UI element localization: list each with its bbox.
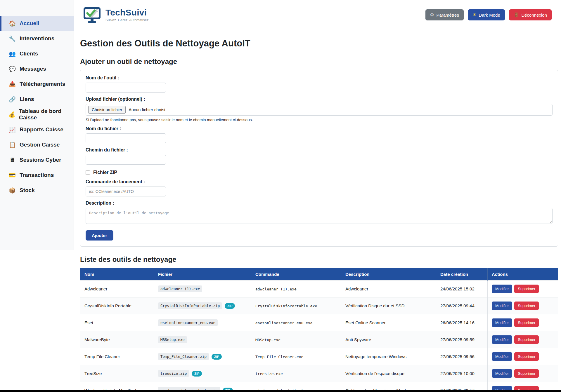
table-row: Eset esetonlinescanner_enu.exe esetonlin… [80, 314, 558, 331]
command-label: Commande de lancement : [86, 179, 553, 184]
edit-button[interactable]: Modifier [492, 302, 512, 310]
dark-mode-button[interactable]: ☀ Dark Mode [468, 9, 505, 20]
sidebar-item-icon: 💳 [8, 172, 16, 179]
tool-description-cell: Eset Online Scanner [341, 314, 436, 331]
tool-date-cell: 27/06/2025 09:56 [436, 348, 488, 365]
tool-description-cell: Adwcleaner [341, 281, 436, 297]
upload-help-text: Si l'upload ne fonctionne pas, vous pouv… [86, 118, 553, 122]
sun-icon: ☀ [472, 12, 476, 18]
table-row: TreeSize treesize.zipZIP treesize.exe Vé… [80, 365, 558, 382]
file-name-label: Nom du fichier : [86, 126, 553, 131]
table-row: Temp File Cleaner Temp_File_Cleaner.zipZ… [80, 348, 558, 365]
zip-badge: ZIP [212, 354, 222, 360]
tool-command-cell: MBSetup.exe [251, 331, 341, 348]
file-name-input[interactable] [86, 133, 166, 143]
sidebar-item-gestion-caisse[interactable]: 📋 Gestion Caisse [0, 137, 74, 152]
sidebar-item-transactions[interactable]: 💳 Transactions [0, 168, 74, 183]
tool-description-cell: Nettoyage temporaire Windows [341, 348, 436, 365]
table-row: MalwareByte MBSetup.exe MBSetup.exe Anti… [80, 331, 558, 348]
table-row: CrystalDiskInfo Portable CrystalDiskInfo… [80, 297, 558, 314]
sidebar-item-sessions-cyber[interactable]: 🖥 Sessions Cyber [0, 152, 74, 168]
sidebar-item-label: Gestion Caisse [20, 142, 60, 148]
delete-button[interactable]: Supprimer [514, 318, 539, 327]
file-badge: treesize.zip [158, 370, 189, 377]
delete-button[interactable]: Supprimer [514, 302, 539, 310]
sidebar-item-liens[interactable]: 🔗 Liens [0, 92, 74, 107]
tools-list-heading: Liste des outils de nettoyage [80, 255, 558, 264]
tool-date-cell: 26/06/2025 14:16 [436, 314, 488, 331]
zip-badge: ZIP [192, 371, 202, 377]
tool-command-cell: esetonlinescanner_enu.exe [251, 314, 341, 331]
sidebar-item-label: Tableau de bord Caisse [19, 108, 74, 121]
sidebar: 🏠 Accueil 🔧 Interventions 👥 Clients 💬 Me… [0, 0, 74, 250]
sidebar-item-telechargements[interactable]: 📥 Téléchargements [0, 76, 74, 92]
door-icon: 🚪 [514, 12, 519, 18]
sidebar-item-label: Sessions Cyber [20, 157, 61, 163]
sidebar-item-interventions[interactable]: 🔧 Interventions [0, 31, 74, 46]
tool-command-cell: adwcleaner (1).exe [251, 281, 341, 297]
zip-checkbox[interactable] [86, 170, 90, 175]
tool-name-input[interactable] [86, 83, 166, 93]
edit-button[interactable]: Modifier [492, 318, 512, 327]
sidebar-item-tableau-caisse[interactable]: 💰 Tableau de bord Caisse [0, 107, 74, 122]
delete-button[interactable]: Supprimer [514, 285, 539, 293]
tool-command-cell: Temp_File_Cleaner.exe [251, 348, 341, 365]
sidebar-item-icon: 💬 [8, 66, 16, 72]
sidebar-item-icon: 🔧 [8, 35, 16, 42]
delete-button[interactable]: Supprimer [514, 352, 539, 361]
command-input[interactable] [86, 187, 166, 196]
edit-button[interactable]: Modifier [492, 369, 512, 378]
edit-button[interactable]: Modifier [492, 352, 512, 361]
column-header: Nom [80, 268, 154, 281]
tool-name-cell: Temp File Cleaner [80, 348, 154, 365]
sidebar-item-clients[interactable]: 👥 Clients [0, 46, 74, 61]
tool-file-cell: esetonlinescanner_enu.exe [154, 314, 251, 331]
file-badge: esetonlinescanner_enu.exe [158, 319, 218, 326]
sidebar-item-stock[interactable]: 📦 Stock [0, 183, 74, 198]
delete-button[interactable]: Supprimer [514, 335, 539, 344]
column-header: Actions [488, 268, 558, 281]
file-status-text: Aucun fichier choisi [129, 107, 165, 112]
choose-file-button[interactable]: Choisir un fichier [88, 106, 126, 114]
settings-button[interactable]: ⚙ Paramètres [425, 9, 464, 20]
file-path-input[interactable] [86, 155, 166, 165]
logout-button[interactable]: 🚪 Déconnexion [509, 9, 552, 20]
tool-name-cell: TreeSize [80, 365, 154, 382]
tool-file-cell: MBSetup.exe [154, 331, 251, 348]
sidebar-item-accueil[interactable]: 🏠 Accueil [0, 16, 74, 31]
tool-date-cell: 27/06/2025 09:44 [436, 297, 488, 314]
file-path-label: Chemin du fichier : [86, 147, 553, 153]
tool-name-cell: Adwcleaner [80, 281, 154, 297]
sidebar-item-icon: 📥 [8, 81, 16, 88]
sidebar-item-label: Rapports Caisse [20, 126, 63, 133]
tool-name-cell: CrystalDiskInfo Portable [80, 297, 154, 314]
zip-checkbox-label[interactable]: Fichier ZIP [93, 170, 117, 175]
sidebar-item-messages[interactable]: 💬 Messages [0, 61, 74, 76]
file-badge: Temp_File_Cleaner.zip [158, 353, 209, 360]
edit-button[interactable]: Modifier [492, 285, 512, 293]
main-area: TechSuivi Suivez. Gérez. Automatisez. ⚙ … [74, 0, 561, 390]
description-textarea[interactable] [86, 208, 553, 224]
tool-command-cell: CrystalDiskInfoPortable.exe [251, 297, 341, 314]
tools-table: NomFichierCommandeDescriptionDate créati… [80, 268, 558, 392]
file-badge: MBSetup.exe [158, 336, 187, 343]
top-bar: TechSuivi Suivez. Gérez. Automatisez. ⚙ … [74, 0, 561, 30]
tool-name-cell: MalwareByte [80, 331, 154, 348]
sidebar-item-icon: 🔗 [8, 96, 16, 103]
tool-file-cell: Temp_File_Cleaner.zipZIP [154, 348, 251, 365]
sidebar-item-label: Liens [20, 96, 34, 102]
sidebar-item-rapports-caisse[interactable]: 📈 Rapports Caisse [0, 122, 74, 137]
tool-date-cell: 24/06/2025 15:02 [436, 281, 488, 297]
sidebar-item-icon: 🖥 [8, 157, 16, 163]
tool-actions-cell: ModifierSupprimer [488, 297, 558, 314]
top-actions: ⚙ Paramètres ☀ Dark Mode 🚪 Déconnexion [425, 9, 552, 20]
file-input[interactable]: Choisir un fichier Aucun fichier choisi [86, 104, 553, 116]
file-badge: adwcleaner (1).exe [158, 285, 202, 292]
tool-actions-cell: ModifierSupprimer [488, 331, 558, 348]
edit-button[interactable]: Modifier [492, 335, 512, 344]
add-tool-submit-button[interactable]: Ajouter [86, 230, 113, 241]
tool-name-cell: Eset [80, 314, 154, 331]
delete-button[interactable]: Supprimer [514, 369, 539, 378]
zip-badge: ZIP [225, 303, 235, 309]
sidebar-item-label: Transactions [20, 172, 54, 178]
